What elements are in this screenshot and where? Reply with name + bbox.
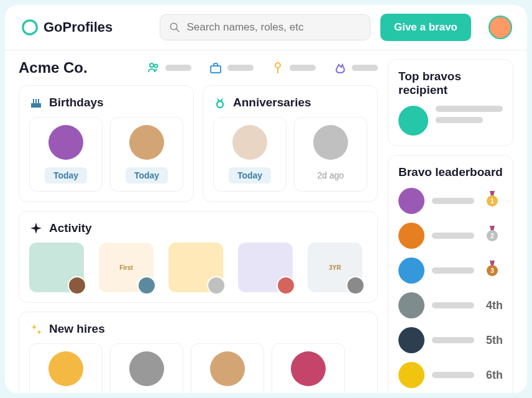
birthday-icon: [29, 96, 43, 109]
avatar: [398, 257, 424, 284]
rank-label: 4th: [482, 299, 503, 312]
sidebar: Top bravos recipient Bravo leaderboard 1…: [388, 59, 513, 393]
person-card[interactable]: Today: [29, 343, 103, 393]
search-box[interactable]: [160, 14, 370, 40]
activity-item[interactable]: [168, 243, 223, 292]
newhires-card: New hires TodayToday4d ago4d ago: [19, 312, 378, 393]
activity-card: Activity First3YR: [19, 211, 378, 303]
sparkle-icon: [29, 221, 43, 235]
svg-line-1: [177, 29, 180, 32]
medal-icon: [213, 96, 227, 109]
avatar: [313, 125, 348, 160]
svg-rect-10: [38, 99, 39, 103]
date-label: Today: [45, 167, 87, 183]
svg-text:1: 1: [490, 198, 494, 205]
cards-row: Birthdays TodayToday Anniversaries Today…: [19, 85, 378, 202]
leaderboard-row[interactable]: 2: [398, 223, 503, 249]
medal-icon: 2: [482, 224, 503, 247]
person-card[interactable]: Today: [110, 343, 183, 393]
placeholder-line: [436, 106, 503, 112]
leaderboard-row[interactable]: 6th: [398, 362, 503, 388]
pin-icon: [271, 61, 285, 75]
leaderboard-row[interactable]: 3: [398, 257, 503, 284]
placeholder-line: [227, 65, 254, 71]
person-card[interactable]: 2d ago: [294, 117, 367, 192]
activity-text: 3YR: [329, 264, 341, 271]
avatar: [398, 188, 424, 214]
top-bravos-card: Top bravos recipient: [388, 59, 513, 146]
avatar: [48, 125, 83, 160]
search-icon: [169, 21, 180, 34]
placeholder-line: [432, 198, 474, 204]
date-label: 2d ago: [309, 167, 353, 183]
activity-item[interactable]: 3YR: [308, 243, 362, 292]
medal-icon: 1: [482, 190, 503, 212]
avatar: [48, 351, 83, 386]
svg-point-3: [155, 65, 158, 68]
activity-text: First: [119, 264, 133, 271]
company-row: Acme Co.: [19, 59, 378, 76]
activity-item[interactable]: First: [99, 243, 154, 292]
placeholder-line: [290, 65, 316, 71]
activity-avatar: [207, 276, 226, 295]
svg-text:3: 3: [490, 267, 494, 274]
avatar: [291, 351, 326, 386]
birthdays-title: Birthdays: [49, 96, 104, 109]
svg-point-2: [150, 63, 154, 67]
person-card[interactable]: Today: [110, 117, 183, 192]
person-card[interactable]: 4d ago: [191, 343, 264, 393]
search-input[interactable]: [186, 21, 361, 34]
stat-icons: [147, 61, 378, 75]
user-avatar[interactable]: [488, 16, 512, 39]
avatar: [398, 106, 428, 136]
placeholder-line: [352, 65, 378, 71]
stat-briefcase[interactable]: [209, 61, 254, 75]
activity-avatar: [68, 276, 86, 295]
logo-icon: [20, 17, 40, 37]
stat-pin[interactable]: [271, 61, 316, 75]
leaderboard-row[interactable]: 4th: [398, 292, 503, 318]
person-card[interactable]: 4d ago: [272, 343, 345, 393]
rank-label: 6th: [482, 369, 503, 382]
svg-rect-4: [211, 66, 221, 73]
header: GoProfiles Give a bravo: [5, 5, 527, 50]
svg-text:2: 2: [490, 233, 494, 239]
avatar: [398, 362, 424, 388]
placeholder-line: [432, 302, 474, 308]
placeholder-line: [432, 372, 474, 378]
stat-people[interactable]: [147, 61, 191, 75]
clap-icon: [333, 61, 347, 75]
main-column: Acme Co. Birthdays TodayToday Anniversar…: [19, 59, 378, 393]
person-card[interactable]: Today: [29, 117, 103, 192]
date-label: Today: [126, 167, 168, 183]
activity-avatar: [346, 276, 365, 295]
anniversaries-card: Anniversaries Today2d ago: [203, 85, 378, 202]
avatar: [129, 125, 164, 160]
avatar: [398, 292, 424, 318]
avatar: [232, 125, 267, 160]
briefcase-icon: [209, 61, 222, 75]
activity-item[interactable]: [238, 243, 293, 292]
birthdays-card: Birthdays TodayToday: [19, 85, 194, 202]
logo[interactable]: GoProfiles: [20, 17, 112, 37]
placeholder-line: [165, 65, 191, 71]
rank-label: 5th: [482, 334, 503, 347]
app-window: GoProfiles Give a bravo Acme Co. Birthd: [5, 5, 527, 393]
top-recipient[interactable]: [398, 106, 503, 136]
avatar: [129, 351, 164, 386]
placeholder-line: [432, 233, 474, 239]
newhires-title: New hires: [49, 322, 105, 336]
stars-icon: [29, 322, 43, 336]
svg-point-11: [217, 101, 223, 108]
give-bravo-button[interactable]: Give a bravo: [380, 14, 471, 41]
svg-rect-7: [31, 103, 41, 108]
placeholder-line: [432, 267, 474, 274]
activity-item[interactable]: [29, 243, 84, 292]
leaderboard-row[interactable]: 5th: [398, 327, 503, 353]
activity-avatar: [277, 276, 295, 295]
activity-title: Activity: [49, 221, 92, 235]
person-card[interactable]: Today: [213, 117, 287, 192]
stat-clap[interactable]: [333, 61, 378, 75]
placeholder-line: [432, 337, 474, 343]
leaderboard-row[interactable]: 1: [398, 188, 503, 214]
